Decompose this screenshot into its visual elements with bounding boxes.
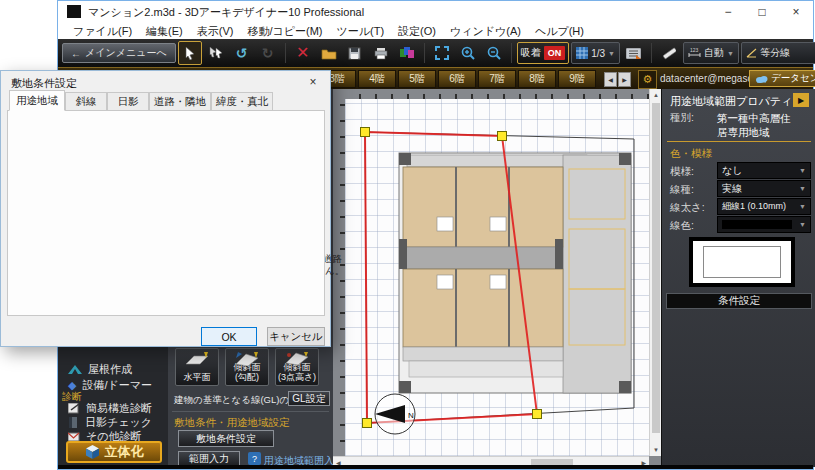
scroll-up-icon[interactable]: ▲	[653, 92, 659, 98]
panel-toggle-icon: ▶	[798, 96, 804, 105]
zone-tab-page	[7, 110, 325, 316]
menu-settings[interactable]: 設定(O)	[391, 24, 443, 39]
menu-window[interactable]: ウィンドウ(A)	[443, 24, 528, 39]
vertex-handle[interactable]	[363, 419, 372, 428]
menu-bar: ファイル(F) 編集(E) 表示(V) 移動/コピー(M) ツール(T) 設定(…	[58, 23, 813, 39]
shadow-check-icon	[68, 417, 79, 428]
zoom-out-button[interactable]	[482, 41, 506, 65]
dropdown-arrow-icon: ▼	[799, 221, 806, 228]
gl-setting-button[interactable]: GL設定	[288, 391, 330, 406]
north-compass: N	[375, 394, 415, 434]
dropdown-arrow-icon: ▼	[727, 50, 734, 57]
ok-button[interactable]: OK	[201, 327, 257, 346]
snap-toggle[interactable]: 吸着 ON	[517, 42, 570, 64]
print-button[interactable]	[369, 41, 393, 65]
delete-button[interactable]: ✕	[291, 41, 315, 65]
undo-button[interactable]: ↺	[230, 41, 254, 65]
fit-screen-icon	[435, 46, 449, 60]
save-button[interactable]	[343, 41, 367, 65]
lineweight-dropdown[interactable]: 細線1 (0.10mm) ▼	[717, 198, 811, 215]
keypad-button[interactable]	[622, 41, 646, 65]
vertical-scrollbar[interactable]: ▲ ▼	[649, 89, 661, 456]
zone-properties-panel: 用途地域範囲プロパティ ▶ 種別: 第一種中高層住居専用地域 色・模様 模様: …	[661, 89, 815, 467]
menu-move-copy[interactable]: 移動/コピー(M)	[240, 24, 329, 39]
scroll-down-icon[interactable]: ▼	[653, 447, 659, 453]
tab-latitude[interactable]: 緯度・真北	[211, 92, 273, 111]
dropdown-arrow-icon: ▼	[799, 167, 806, 174]
datacenter-button[interactable]: データセンター	[749, 70, 815, 87]
grid-scale-dropdown[interactable]: 1/3 ▼	[571, 42, 620, 64]
cube-icon	[85, 445, 100, 459]
linetype-dropdown[interactable]: 実線 ▼	[717, 180, 811, 197]
equal-divide-icon	[746, 48, 757, 58]
tab-zone[interactable]: 用途地域	[9, 90, 65, 111]
roof-icon	[68, 365, 82, 374]
svg-text:123: 123	[690, 48, 699, 53]
dialog-close-button[interactable]: ×	[304, 75, 322, 89]
fit-view-button[interactable]	[430, 41, 454, 65]
vscroll-thumb[interactable]	[652, 103, 660, 433]
vertex-handle[interactable]	[498, 132, 507, 141]
vertex-handle[interactable]	[533, 410, 542, 419]
horizontal-plane-button[interactable]: 水平面	[175, 348, 219, 386]
sidebar-item-roof[interactable]: 屋根作成	[68, 362, 132, 377]
panel-collapse-button[interactable]: ▶	[793, 93, 809, 107]
grid-icon	[576, 47, 588, 59]
slope-3point-button[interactable]: 傾斜面 (3点高さ)	[275, 348, 319, 386]
close-button[interactable]: ×	[779, 1, 813, 23]
redo-button[interactable]: ↻	[256, 41, 280, 65]
north-label: N	[408, 411, 414, 420]
floor-tab-4[interactable]: 4階	[358, 70, 396, 88]
site-condition-button[interactable]: 敷地条件設定	[178, 430, 274, 447]
solidify-button[interactable]: 立体化	[66, 441, 162, 463]
equal-divide-dropdown[interactable]: 等分線 ▼	[741, 42, 815, 64]
window-title: マンション2.m3d - 3Dアーキデザイナー10 Professional	[88, 5, 364, 20]
multi-cursor-icon	[208, 46, 224, 60]
open-file-button[interactable]	[317, 41, 341, 65]
measure-tool-button[interactable]	[657, 41, 681, 65]
zoom-in-button[interactable]	[456, 41, 480, 65]
dimension-auto-dropdown[interactable]: 123 自動 ▼	[683, 42, 739, 64]
select-tool-button[interactable]	[178, 41, 202, 65]
tab-shadow[interactable]: 日影	[107, 92, 149, 111]
tab-road[interactable]: 道路・隣地	[149, 92, 211, 111]
condition-setting-button[interactable]: 条件設定	[666, 293, 812, 309]
cancel-button[interactable]: キャンセル	[267, 327, 325, 346]
floor-tab-8[interactable]: 8階	[518, 70, 556, 88]
menu-view[interactable]: 表示(V)	[190, 24, 241, 39]
pattern-label: 模様:	[670, 165, 694, 179]
tab-scroll-left-button[interactable]: ◀	[604, 72, 617, 87]
style-preview	[689, 237, 795, 287]
cursor-icon	[183, 46, 197, 60]
title-bar[interactable]: マンション2.m3d - 3Dアーキデザイナー10 Professional −…	[58, 1, 813, 23]
plan-paper[interactable]: N	[345, 99, 649, 456]
divider	[172, 411, 329, 412]
linecolor-dropdown[interactable]: ▼	[717, 216, 811, 233]
menu-file[interactable]: ファイル(F)	[66, 24, 139, 39]
maximize-button[interactable]: □	[745, 1, 779, 23]
menu-tools[interactable]: ツール(T)	[329, 24, 391, 39]
menu-help[interactable]: ヘルプ(H)	[528, 24, 591, 39]
floor-tab-6[interactable]: 6階	[438, 70, 476, 88]
main-menu-button[interactable]: ← メインメニューへ	[62, 43, 176, 63]
folder-icon	[321, 47, 337, 60]
floor-tab-5[interactable]: 5階	[398, 70, 436, 88]
dropdown-arrow-icon: ▼	[608, 50, 615, 57]
multi-select-tool-button[interactable]	[204, 41, 228, 65]
tab-scroll-right-button[interactable]: ▶	[618, 72, 631, 87]
divider	[667, 141, 811, 142]
tab-slant[interactable]: 斜線	[65, 92, 107, 111]
ruler-pen-icon	[662, 46, 676, 60]
sidebar-item-structure-check[interactable]: 簡易構造診断	[68, 401, 152, 416]
pattern-dropdown[interactable]: なし ▼	[717, 162, 811, 179]
floor-tab-7[interactable]: 7階	[478, 70, 516, 88]
help-icon[interactable]: ?	[248, 452, 261, 465]
sidebar-item-shadow-check[interactable]: 日影チェック	[68, 415, 152, 430]
export-button[interactable]	[395, 41, 419, 65]
vertex-handle[interactable]	[361, 128, 370, 137]
menu-edit[interactable]: 編集(E)	[139, 24, 190, 39]
account-settings-button[interactable]: ⚙	[638, 70, 657, 89]
floor-tab-9[interactable]: 9階	[558, 70, 596, 88]
slope-plane-button[interactable]: 傾斜面 (勾配)	[225, 348, 269, 386]
minimize-button[interactable]: −	[711, 1, 745, 23]
